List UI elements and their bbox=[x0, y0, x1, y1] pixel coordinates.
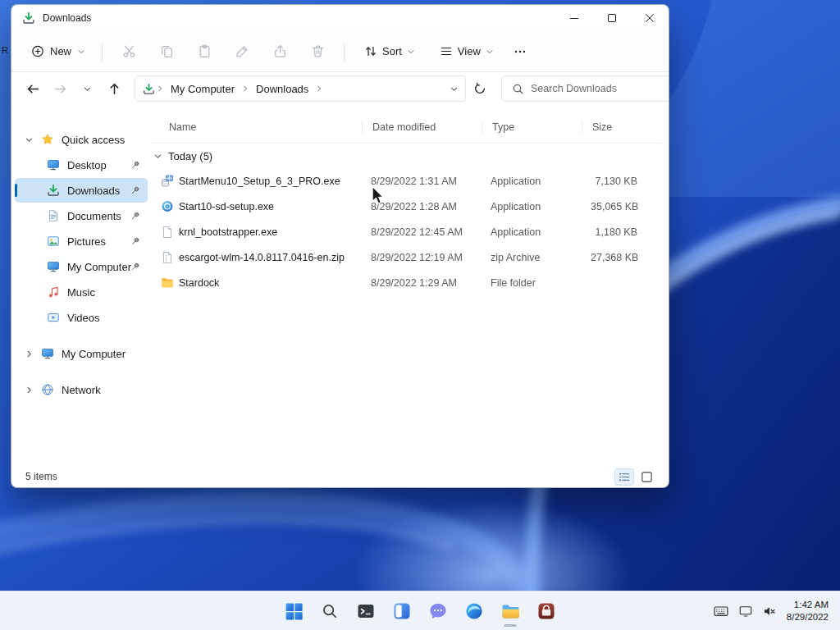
large-icons-view-button[interactable] bbox=[637, 468, 656, 486]
search-input[interactable] bbox=[531, 83, 663, 94]
breadcrumb-root[interactable]: My Computer bbox=[165, 80, 240, 98]
file-type: Application bbox=[491, 201, 591, 212]
rename-button bbox=[226, 38, 258, 66]
address-bar[interactable]: My Computer Downloads bbox=[135, 75, 466, 102]
videos-icon bbox=[47, 311, 60, 324]
view-button[interactable]: View bbox=[432, 39, 501, 64]
up-button[interactable] bbox=[101, 75, 128, 102]
file-row[interactable]: krnl_bootstrapper.exe 8/29/2022 12:45 AM… bbox=[151, 219, 662, 244]
toolbar-separator bbox=[102, 43, 103, 61]
refresh-button[interactable] bbox=[466, 75, 493, 102]
window-body: Quick access Desktop Downloads Documents… bbox=[11, 105, 669, 466]
file-type: File folder bbox=[491, 277, 591, 289]
maximize-button[interactable] bbox=[593, 5, 631, 31]
downloads-icon bbox=[47, 184, 60, 197]
window-title: Downloads bbox=[43, 12, 91, 24]
file-name-cell: Stardock bbox=[151, 276, 371, 290]
details-view-button[interactable] bbox=[614, 468, 634, 486]
file-row[interactable]: escargot-wlm-14.0.8117.0416-en.zip 8/29/… bbox=[151, 244, 662, 270]
minimize-button[interactable] bbox=[555, 5, 593, 31]
sidebar-item-downloads[interactable]: Downloads bbox=[15, 178, 148, 203]
sidebar-item-my-computer-pinned[interactable]: My Computer bbox=[15, 254, 148, 279]
file-row[interactable]: Stardock 8/29/2022 1:29 AM File folder bbox=[151, 270, 662, 295]
items-count: 5 items bbox=[25, 471, 57, 482]
file-row[interactable]: StartMenu10_Setup_6_3_PRO.exe 8/29/2022 … bbox=[151, 168, 662, 194]
folder-icon bbox=[500, 601, 521, 622]
file-type: Application bbox=[491, 176, 591, 187]
touch-keyboard-icon[interactable] bbox=[709, 595, 733, 628]
column-header-type[interactable]: Type bbox=[491, 112, 591, 143]
sort-button[interactable]: Sort bbox=[357, 39, 422, 64]
sidebar-item-pictures[interactable]: Pictures bbox=[15, 229, 148, 253]
titlebar[interactable]: Downloads bbox=[11, 5, 669, 31]
file-name-cell: escargot-wlm-14.0.8117.0416-en.zip bbox=[151, 251, 371, 264]
breadcrumb-current[interactable]: Downloads bbox=[250, 80, 314, 98]
chevron-right-icon[interactable] bbox=[314, 84, 324, 93]
view-icon bbox=[440, 45, 453, 58]
chat-button[interactable] bbox=[422, 595, 454, 628]
search-icon bbox=[511, 82, 524, 95]
chevron-down-icon[interactable] bbox=[25, 135, 34, 144]
folder-icon bbox=[161, 276, 174, 290]
group-header-today[interactable]: Today (5) bbox=[151, 144, 669, 168]
taskbar-clock[interactable]: 1:42 AM 8/29/2022 bbox=[782, 599, 835, 623]
sidebar-item-videos[interactable]: Videos bbox=[15, 305, 148, 330]
more-options-button[interactable] bbox=[506, 38, 534, 66]
widgets-icon bbox=[392, 601, 412, 621]
pin-icon bbox=[130, 160, 140, 170]
widgets-button[interactable] bbox=[386, 595, 418, 628]
command-bar: New Sort View bbox=[11, 31, 669, 72]
sidebar-item-label: Downloads bbox=[67, 185, 120, 197]
file-name: escargot-wlm-14.0.8117.0416-en.zip bbox=[179, 252, 345, 263]
chat-bubble-icon bbox=[428, 601, 448, 621]
file-row[interactable]: Start10-sd-setup.exe 8/29/2022 1:28 AM A… bbox=[151, 194, 662, 219]
document-icon bbox=[47, 209, 60, 222]
new-button[interactable]: New bbox=[22, 39, 94, 64]
group-label: Today (5) bbox=[168, 150, 212, 162]
address-dropdown-icon[interactable] bbox=[450, 84, 459, 94]
chevron-right-icon[interactable] bbox=[25, 386, 34, 395]
pin-icon bbox=[130, 185, 140, 195]
file-size: 1,180 KB bbox=[591, 226, 662, 238]
file-list-pane: Name Date modified Type Size Today (5) S… bbox=[151, 105, 669, 466]
recent-locations-button[interactable] bbox=[74, 75, 101, 102]
file-name-cell: StartMenu10_Setup_6_3_PRO.exe bbox=[151, 175, 371, 188]
sidebar-item-quick-access[interactable]: Quick access bbox=[15, 127, 148, 152]
chevron-right-icon[interactable] bbox=[240, 84, 250, 93]
file-name: Start10-sd-setup.exe bbox=[179, 201, 274, 212]
title-area: Downloads bbox=[11, 11, 555, 25]
file-type: zip Archive bbox=[491, 252, 591, 263]
display-tray-icon[interactable] bbox=[734, 595, 757, 628]
search-icon bbox=[321, 602, 339, 620]
chevron-right-icon[interactable] bbox=[25, 349, 34, 358]
volume-muted-icon[interactable] bbox=[758, 595, 781, 628]
sidebar-item-network[interactable]: Network bbox=[15, 377, 148, 402]
star-icon bbox=[41, 133, 54, 146]
pictures-icon bbox=[47, 235, 60, 248]
sidebar-item-my-computer[interactable]: My Computer bbox=[15, 341, 148, 366]
terminal-button[interactable] bbox=[349, 595, 382, 628]
sidebar-item-desktop[interactable]: Desktop bbox=[15, 153, 148, 177]
column-header-date-modified[interactable]: Date modified bbox=[371, 112, 491, 143]
file-date: 8/29/2022 12:45 AM bbox=[371, 226, 491, 238]
close-button[interactable] bbox=[631, 5, 669, 31]
file-explorer-button[interactable] bbox=[494, 595, 527, 628]
search-taskbar-button[interactable] bbox=[313, 595, 346, 628]
column-header-name[interactable]: Name bbox=[151, 112, 371, 143]
sidebar-item-label: Pictures bbox=[67, 235, 106, 248]
store-button[interactable] bbox=[530, 595, 563, 628]
sidebar-item-documents[interactable]: Documents bbox=[15, 203, 148, 228]
edge-button[interactable] bbox=[458, 595, 491, 628]
copy-button bbox=[151, 38, 182, 66]
file-date: 8/29/2022 1:28 AM bbox=[371, 201, 491, 212]
file-name-cell: krnl_bootstrapper.exe bbox=[151, 226, 371, 239]
back-button[interactable] bbox=[20, 75, 47, 102]
start-button[interactable] bbox=[277, 595, 310, 628]
taskbar: 1:42 AM 8/29/2022 bbox=[0, 591, 840, 630]
chevron-down-icon[interactable] bbox=[153, 152, 162, 161]
view-toggles bbox=[614, 468, 656, 486]
application-file-icon bbox=[161, 200, 174, 213]
address-row: My Computer Downloads bbox=[11, 72, 669, 105]
sidebar-item-music[interactable]: Music bbox=[15, 280, 148, 304]
column-header-size[interactable]: Size bbox=[591, 112, 669, 143]
